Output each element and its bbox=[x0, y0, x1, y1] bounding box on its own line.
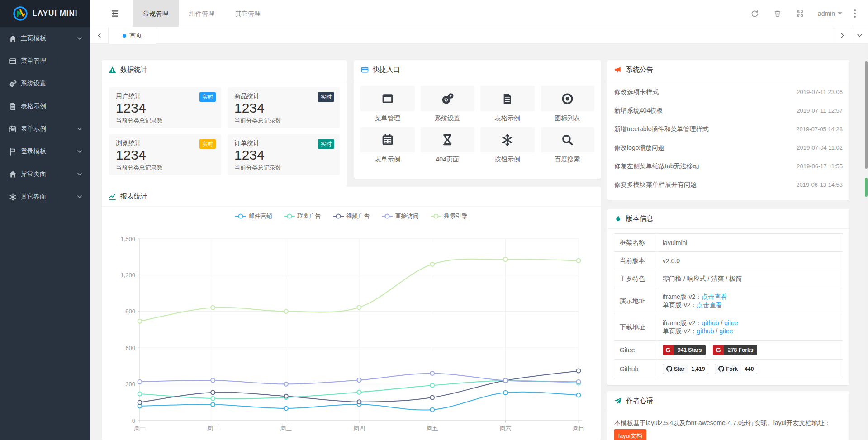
tab-general-management[interactable]: 常规管理 bbox=[133, 0, 179, 27]
sidebar-toggle-button[interactable] bbox=[105, 0, 125, 27]
tab-operations-dropdown-button[interactable] bbox=[851, 27, 868, 44]
shortcut-menu-management[interactable]: 菜单管理 bbox=[360, 86, 415, 123]
announcement-item[interactable]: 新增系统404模板 2019-07-11 12:57 bbox=[614, 101, 843, 120]
chevron-left-icon bbox=[96, 33, 102, 38]
stat-value: 1234 bbox=[116, 147, 214, 163]
svg-text:周四: 周四 bbox=[353, 425, 365, 431]
tab-home[interactable]: 首页 bbox=[109, 27, 156, 44]
shortcut-form-example[interactable]: 表单示例 bbox=[360, 127, 415, 164]
card-title: 快捷入口 bbox=[373, 66, 400, 74]
download-links: iframe版-v2：github / gitee 单页版-v2：github … bbox=[657, 314, 843, 341]
stats-grid: 用户统计 实时 1234 当前分类总记录数 商品统计 实时 1234 当前分类总… bbox=[102, 80, 347, 182]
bullhorn-icon bbox=[614, 66, 622, 74]
sidebar-item-table-example[interactable]: 表格示例 bbox=[0, 95, 90, 118]
download-github-link[interactable]: github bbox=[697, 327, 714, 335]
gitee-stars-badge[interactable]: G941 Stars bbox=[663, 345, 706, 355]
stat-description: 当前分类总记录数 bbox=[116, 164, 214, 172]
sidebar-item-error-pages[interactable]: 异常页面 bbox=[0, 163, 90, 185]
more-options-button[interactable] bbox=[849, 0, 861, 27]
card-title: 作者心语 bbox=[626, 397, 653, 405]
announcement-text: 修改选项卡样式 bbox=[614, 88, 659, 96]
app-logo[interactable]: LAYUI MINI bbox=[0, 0, 90, 27]
scrollbar-track[interactable] bbox=[864, 44, 868, 440]
demo-iframe-link[interactable]: 点击查看 bbox=[702, 293, 727, 300]
clear-cache-button[interactable] bbox=[766, 0, 789, 27]
sidebar-item-form-example[interactable]: 表单示例 bbox=[0, 118, 90, 140]
stat-box-users[interactable]: 用户统计 实时 1234 当前分类总记录数 bbox=[109, 87, 221, 128]
chevron-down-icon bbox=[77, 171, 82, 177]
tab-other-management[interactable]: 其它管理 bbox=[225, 0, 271, 27]
svg-text:周三: 周三 bbox=[280, 425, 292, 431]
scrollbar-thumb-green[interactable] bbox=[865, 178, 868, 197]
svg-text:周一: 周一 bbox=[134, 425, 146, 431]
sidebar-item-label: 菜单管理 bbox=[21, 57, 82, 65]
shortcut-button-example[interactable]: 按钮示例 bbox=[480, 127, 535, 164]
fire-icon bbox=[614, 215, 622, 222]
tab-scroll-left-button[interactable] bbox=[90, 27, 109, 44]
sidebar-item-home-template[interactable]: 主页模板 bbox=[0, 27, 90, 50]
shortcut-icon-list[interactable]: 图标列表 bbox=[541, 86, 595, 123]
stat-box-products[interactable]: 商品统计 实时 1234 当前分类总记录数 bbox=[228, 87, 340, 128]
tab-scroll-right-button[interactable] bbox=[834, 27, 851, 44]
demo-links: iframe版-v2：点击查看 单页版-v2：点击查看 bbox=[657, 288, 843, 314]
home-icon bbox=[9, 35, 17, 43]
line-chart[interactable]: 03006009001,2001,500周一周二周三周四周五周六周日 bbox=[102, 187, 601, 440]
fullscreen-button[interactable] bbox=[789, 0, 811, 27]
svg-text:300: 300 bbox=[125, 381, 135, 388]
fullscreen-icon bbox=[797, 10, 804, 17]
shortcut-baidu-search[interactable]: 百度搜索 bbox=[541, 127, 595, 164]
github-star-count[interactable]: 1,419 bbox=[688, 364, 708, 374]
github-fork-count[interactable]: 440 bbox=[741, 364, 757, 374]
table-row: 主要特色 零门槛 / 响应式 / 清爽 / 极简 bbox=[614, 270, 843, 288]
sidebar-item-system-settings[interactable]: 系统设置 bbox=[0, 72, 90, 95]
demo-spa-link[interactable]: 点击查看 bbox=[697, 301, 722, 308]
card-header: 系统公告 bbox=[607, 60, 849, 80]
layui-doc-badge[interactable]: layui文档 bbox=[614, 429, 646, 440]
row-label: 下载地址 bbox=[614, 314, 657, 341]
row-label: 主要特色 bbox=[614, 270, 657, 288]
announcement-item[interactable]: 修改logo缩放问题 2019-07-04 11:02 bbox=[614, 138, 843, 157]
announcement-time: 2019-06-13 14:53 bbox=[796, 181, 843, 188]
current-version: v2.0.0 bbox=[657, 252, 843, 270]
sidebar-item-menu-management[interactable]: 菜单管理 bbox=[0, 50, 90, 72]
github-star-button[interactable]: Star bbox=[663, 364, 688, 374]
card-header: 作者心语 bbox=[607, 391, 849, 411]
gitee-icon: G bbox=[663, 345, 674, 355]
sidebar-item-login-template[interactable]: 登录模板 bbox=[0, 140, 90, 163]
shortcut-label: 系统设置 bbox=[421, 114, 475, 123]
announcement-item[interactable]: 修复左侧菜单缩放tab无法移动 2019-06-17 11:55 bbox=[614, 157, 843, 175]
version-info-card: 版本信息 框架名称 layuimini 当前版本 v2.0.0 主要特色 零门槛… bbox=[607, 209, 849, 385]
announcement-item[interactable]: 新增treetable插件和菜单管理样式 2019-07-05 14:28 bbox=[614, 120, 843, 138]
shortcut-404-page[interactable]: 404页面 bbox=[421, 127, 475, 164]
chevron-right-icon bbox=[840, 33, 845, 38]
stat-description: 当前分类总记录数 bbox=[116, 117, 214, 125]
download-github-link[interactable]: github bbox=[702, 319, 719, 326]
active-tab-dot-icon bbox=[123, 34, 126, 38]
github-fork-button[interactable]: Fork bbox=[715, 364, 741, 374]
home-icon bbox=[9, 170, 17, 178]
shortcut-table-example[interactable]: 表格示例 bbox=[480, 86, 535, 123]
refresh-button[interactable] bbox=[744, 0, 766, 27]
shortcut-system-settings[interactable]: 系统设置 bbox=[421, 86, 475, 123]
svg-text:周五: 周五 bbox=[427, 425, 438, 431]
row-label: 演示地址 bbox=[614, 288, 657, 314]
stat-box-orders[interactable]: 订单统计 实时 1234 当前分类总记录数 bbox=[228, 134, 340, 175]
announcement-item[interactable]: 修复多模块菜单栏展开有问题 2019-06-13 14:53 bbox=[614, 175, 843, 194]
username: admin bbox=[818, 10, 835, 17]
scrollbar-thumb[interactable] bbox=[865, 61, 868, 169]
announcement-list: 修改选项卡样式 2019-07-11 23:06 新增系统404模板 2019-… bbox=[607, 80, 849, 194]
svg-text:1,500: 1,500 bbox=[120, 236, 135, 242]
announcement-item[interactable]: 修改选项卡样式 2019-07-11 23:06 bbox=[614, 83, 843, 101]
gitee-forks-badge[interactable]: G278 Forks bbox=[713, 345, 757, 355]
stat-box-views[interactable]: 浏览统计 实时 1234 当前分类总记录数 bbox=[109, 134, 221, 175]
author-content: 本模板基于layui2.5.4以及font-awesome-4.7.0进行实现。… bbox=[607, 411, 849, 440]
menu-collapse-icon bbox=[111, 9, 119, 18]
announcement-time: 2019-07-11 12:57 bbox=[797, 107, 843, 114]
tab-component-management[interactable]: 组件管理 bbox=[179, 0, 225, 27]
sidebar-item-other-pages[interactable]: 其它界面 bbox=[0, 185, 90, 208]
user-menu[interactable]: admin bbox=[811, 0, 849, 27]
download-gitee-link[interactable]: gitee bbox=[724, 319, 738, 326]
download-gitee-link[interactable]: gitee bbox=[719, 327, 733, 335]
announcement-time: 2019-07-11 23:06 bbox=[797, 89, 843, 95]
gears-icon bbox=[9, 80, 17, 88]
